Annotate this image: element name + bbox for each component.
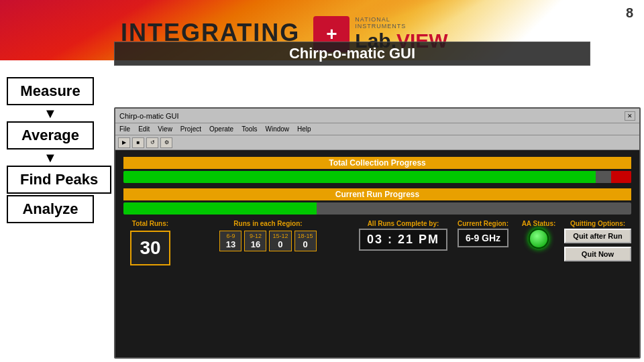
page-number: 8 [626,5,633,21]
region-range-0: 6-9 13 [219,231,241,251]
toolbar-btn-1[interactable]: ▶ [118,137,130,148]
step-average: Average [7,121,94,149]
toolbar-btn-4[interactable]: ⚙ [160,137,172,148]
menu-operate[interactable]: Operate [209,125,233,133]
total-progress-section: Total Collection Progress [123,157,631,183]
total-progress-label: Total Collection Progress [123,157,631,169]
ni-instruments: INSTRUMENTS [355,23,447,30]
current-progress-label: Current Run Progress [123,188,631,200]
aa-status-group: AA Status: [519,220,559,265]
toolbar-btn-3[interactable]: ↺ [146,137,158,148]
aa-status-label: AA Status: [522,220,556,227]
step-find-peaks: Find Peaks [7,166,111,194]
region-range-2: 15-12 0 [269,231,291,251]
chirp-title-overlay: Chirp-o-matic GUI [114,42,590,66]
current-progress-section: Current Run Progress [123,188,631,215]
region-range-1: 9-12 16 [244,231,266,251]
menu-edit[interactable]: Edit [138,125,150,133]
total-progress-track [123,171,631,183]
current-region-value: 6-9 GHz [458,229,508,247]
total-runs-value: 30 [130,231,170,265]
total-progress-fill [123,171,596,183]
chirp-titlebar: Chirp-o-matic GUI ✕ [115,109,639,123]
chirp-toolbar: ▶ ■ ↺ ⚙ [115,135,639,150]
menu-file[interactable]: File [119,125,130,133]
chirp-panel: Chirp-o-matic GUI ✕ File Edit View Proje… [114,107,641,359]
quit-after-run-button[interactable]: Quit after Run [564,229,631,243]
complete-label: All Runs Complete by: [368,220,439,227]
total-runs-group: Total Runs: 30 [123,220,177,265]
toolbar-btn-2[interactable]: ■ [132,137,144,148]
menu-help[interactable]: Help [297,125,311,133]
menu-project[interactable]: Project [180,125,201,133]
close-button[interactable]: ✕ [625,111,635,121]
aa-status-led [529,229,549,249]
complete-time-value: 03 : 21 PM [359,229,447,251]
step-analyze: Analyze [7,195,94,223]
quit-now-button[interactable]: Quit Now [564,247,631,261]
menu-tools[interactable]: Tools [241,125,257,133]
quit-options-group: Quitting Options: Quit after Run Quit No… [564,220,631,265]
chirp-body: Total Collection Progress Current Run Pr… [115,150,639,272]
current-progress-fill [123,202,317,215]
complete-time-group: All Runs Complete by: 03 : 21 PM [359,220,447,265]
runs-region-label: Runs in each Region: [233,220,302,227]
chirp-menu: File Edit View Project Operate Tools Win… [115,123,639,135]
menu-window[interactable]: Window [265,125,289,133]
stats-bottom-row: Total Runs: 30 Runs in each Region: 6-9 … [123,220,631,265]
arrow-1: ▼ [7,105,94,121]
current-region-label: Current Region: [458,220,508,227]
arrow-2: ▼ [7,149,94,166]
steps-sidebar: Measure ▼ Average ▼ Find Peaks Analyze [7,77,111,223]
step-measure: Measure [7,77,94,105]
current-progress-track [123,202,631,215]
runs-region-group: Runs in each Region: 6-9 13 9-12 16 15-1… [182,220,354,265]
region-range-3: 18-15 0 [294,231,317,251]
total-progress-red [611,171,631,183]
chirp-titlebar-text: Chirp-o-matic GUI [119,112,179,120]
menu-view[interactable]: View [158,125,172,133]
region-grid: 6-9 13 9-12 16 15-12 0 18-15 0 [219,231,316,251]
total-runs-label: Total Runs: [132,220,168,227]
current-region-group: Current Region: 6-9 GHz [453,220,513,265]
quit-label: Quitting Options: [570,220,625,227]
